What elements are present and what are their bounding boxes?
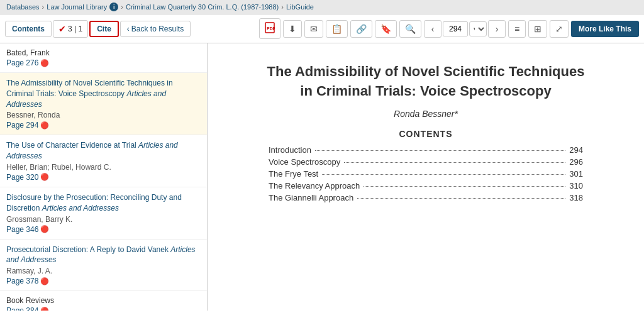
toc-label-0: Introduction [269, 145, 311, 155]
back-label: Back to Results [131, 25, 184, 33]
item-author-0: Bated, Frank [6, 48, 201, 57]
page-label-0: Page 276 [6, 58, 38, 67]
document-viewer: The Admissibility of Novel Scientific Te… [208, 43, 644, 311]
grid-icon: ⊞ [534, 24, 541, 34]
pdf-page-icon-5: 🔴 [40, 307, 49, 311]
toc-page-2: 301 [569, 169, 583, 179]
breadcrumb-sep-2: › [121, 3, 123, 11]
item-author-3: Grossman, Barry K. [6, 215, 201, 224]
pdf-page-icon-3: 🔴 [40, 225, 49, 233]
toc-row-1: Voice Spectroscopy 296 [269, 157, 583, 167]
back-button[interactable]: ‹ Back to Results [120, 21, 191, 37]
check-count: 3 | 1 [68, 25, 82, 33]
sidebar-item-3[interactable]: Disclosure by the Prosecution: Reconcili… [0, 187, 207, 240]
email-button[interactable]: ✉ [304, 20, 323, 38]
toc-label-1: Voice Spectroscopy [269, 157, 340, 167]
bookmark-button[interactable]: 🔖 [375, 20, 397, 38]
page-dropdown[interactable]: ▾ [469, 21, 487, 36]
page-navigation: ‹ 294 ▾ › [424, 20, 506, 38]
expand-icon: ⤢ [555, 24, 563, 34]
toolbar-right: PDF ⬇ ✉ 📋 🔗 🔖 🔍 ‹ 294 ▾ [259, 18, 639, 39]
link-button[interactable]: 🔗 [350, 20, 372, 38]
breadcrumb-libguide[interactable]: LibGuide [286, 3, 314, 11]
item-subtitle-1: Articles and Addresses [6, 89, 166, 109]
toc-dots-4 [357, 198, 565, 199]
document-button[interactable]: 📋 [326, 20, 348, 38]
next-page-button[interactable]: › [488, 20, 506, 38]
item-author-1: Bessner, Ronda [6, 111, 201, 119]
download-button[interactable]: ⬇ [283, 20, 302, 38]
page-label-5: Page 384 [6, 306, 38, 311]
item-page-3: Page 346 🔴 [6, 225, 201, 234]
arrow-left-icon: ‹ [127, 25, 130, 33]
page-label-1: Page 294 [6, 121, 38, 130]
item-title-4: Prosecutorial Discretion: A Reply to Dav… [6, 245, 201, 266]
item-title-5: Book Reviews [6, 296, 201, 305]
breadcrumb-databases[interactable]: Databases [6, 3, 40, 11]
page-label-4: Page 378 [6, 277, 38, 285]
toc-page-1: 296 [569, 157, 583, 167]
svg-text:PDF: PDF [267, 26, 275, 31]
check-icon: ✔ [58, 24, 66, 34]
table-of-contents: Introduction 294 Voice Spectroscopy 296 … [269, 145, 583, 205]
toc-label-3: The Relevancy Approach [269, 181, 360, 190]
more-like-this-button[interactable]: More Like This [571, 21, 639, 37]
item-page-0: Page 276 🔴 [6, 58, 201, 67]
page-label-3: Page 346 [6, 225, 38, 234]
toc-row-4: The Giannelli Approach 318 [269, 193, 583, 202]
document-author: Ronda Bessner* [394, 109, 458, 119]
page-input[interactable]: 294 [443, 21, 468, 36]
toolbar-left: Contents ✔ 3 | 1 Cite ‹ Back to Results [5, 20, 191, 38]
item-page-1: Page 294 🔴 [6, 121, 201, 130]
document-title: The Admissibility of Novel Scientific Te… [262, 62, 589, 101]
list-icon: ≡ [514, 24, 519, 34]
toc-label-4: The Giannelli Approach [269, 193, 353, 202]
item-author-4: Ramsay, J. A. [6, 267, 201, 275]
toc-page-0: 294 [569, 145, 583, 155]
info-icon[interactable]: i [109, 3, 118, 11]
breadcrumb-journal[interactable]: Criminal Law Quarterly 30 Crim. L.Q. (19… [126, 3, 279, 11]
toc-label-2: The Frye Test [269, 169, 318, 179]
expand-button[interactable]: ⤢ [550, 20, 569, 38]
pdf-page-icon-4: 🔴 [40, 277, 49, 285]
toc-page-3: 310 [569, 181, 583, 190]
toc-dots-3 [364, 186, 565, 187]
sidebar: Bated, Frank Page 276 🔴 The Admissibilit… [0, 43, 208, 311]
item-title-1: The Admissibility of Novel Scientific Te… [6, 78, 201, 109]
toc-row-2: The Frye Test 301 [269, 169, 583, 179]
toc-dots-0 [315, 150, 565, 151]
pdf-page-icon-1: 🔴 [40, 121, 49, 130]
pdf-page-icon-0: 🔴 [40, 59, 49, 67]
next-icon: › [496, 24, 499, 34]
toc-row-0: Introduction 294 [269, 145, 583, 155]
contents-button[interactable]: Contents [5, 21, 52, 37]
search-button[interactable]: 🔍 [399, 20, 421, 38]
toolbar: Contents ✔ 3 | 1 Cite ‹ Back to Results … [0, 14, 644, 43]
cite-button[interactable]: Cite [89, 21, 119, 37]
prev-icon: ‹ [431, 24, 435, 34]
pdf-button[interactable]: PDF [259, 18, 280, 39]
page-label-2: Page 320 [6, 173, 38, 182]
sidebar-item-2[interactable]: The Use of Character Evidence at Trial A… [0, 135, 207, 187]
link-icon: 🔗 [356, 24, 367, 34]
pdf-icon: PDF [265, 22, 275, 35]
item-page-5: Page 384 🔴 [6, 306, 201, 311]
item-title-3: Disclosure by the Prosecution: Reconcili… [6, 192, 201, 214]
item-subtitle-4: Articles and Addresses [6, 245, 196, 265]
check-button[interactable]: ✔ 3 | 1 [53, 20, 88, 38]
breadcrumb-sep-1: › [42, 3, 45, 11]
item-author-2: Heller, Brian; Rubel, Howard C. [6, 163, 201, 172]
grid-view-button[interactable]: ⊞ [528, 20, 547, 38]
breadcrumb-law-journal[interactable]: Law Journal Library [47, 3, 107, 11]
breadcrumb-sep-3: › [281, 3, 284, 11]
email-icon: ✉ [310, 24, 318, 34]
prev-page-button[interactable]: ‹ [424, 20, 441, 38]
main-content: Bated, Frank Page 276 🔴 The Admissibilit… [0, 43, 644, 311]
sidebar-item-1[interactable]: The Admissibility of Novel Scientific Te… [0, 73, 207, 135]
sidebar-item-4[interactable]: Prosecutorial Discretion: A Reply to Dav… [0, 240, 207, 292]
pdf-page-icon-2: 🔴 [40, 173, 49, 181]
list-view-button[interactable]: ≡ [508, 20, 526, 38]
item-subtitle-3: Articles and Addresses [42, 204, 119, 212]
sidebar-item-0[interactable]: Bated, Frank Page 276 🔴 [0, 43, 207, 73]
sidebar-item-5[interactable]: Book Reviews Page 384 🔴 [0, 291, 207, 311]
